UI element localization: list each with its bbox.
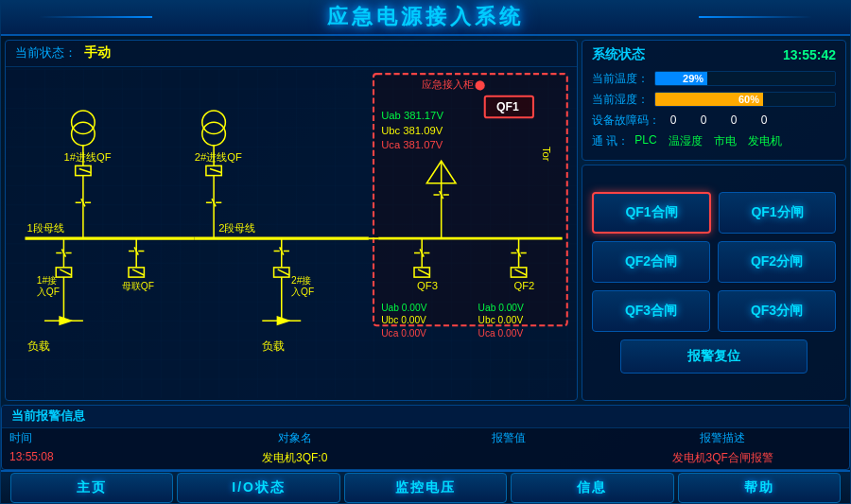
header-deco-right bbox=[699, 16, 812, 18]
qf2-open-button[interactable]: QF2分闸 bbox=[718, 241, 836, 283]
nav-help-button[interactable]: 帮助 bbox=[678, 473, 841, 503]
fault-value-1: 0 bbox=[666, 113, 681, 127]
alarm-col-desc: 报警描述 bbox=[604, 430, 842, 446]
humidity-value: 60% bbox=[738, 94, 759, 105]
alarm-value bbox=[413, 450, 603, 466]
qf3-close-button[interactable]: QF3合闸 bbox=[592, 290, 710, 332]
bottom-nav: 主页 I/O状态 监控电压 信息 帮助 bbox=[1, 470, 850, 503]
alarm-header: 当前报警信息 bbox=[2, 406, 849, 428]
comm-items: PLC 温湿度 市电 发电机 bbox=[634, 133, 781, 149]
svg-text:2段母线: 2段母线 bbox=[218, 222, 255, 234]
comm-grid: 市电 bbox=[714, 133, 737, 149]
svg-text:Uab  381.17V: Uab 381.17V bbox=[381, 110, 443, 121]
svg-text:应急接入柜: 应急接入柜 bbox=[422, 78, 474, 90]
alarm-reset-button[interactable]: 报警复位 bbox=[620, 339, 808, 374]
right-panel: 系统状态 13:55:42 当前温度： 29% 当前湿度： bbox=[582, 40, 846, 401]
qf1-close-button[interactable]: QF1合闸 bbox=[592, 192, 711, 234]
fault-values: 0 0 0 0 bbox=[666, 113, 772, 127]
status-label: 当前状态： bbox=[15, 44, 77, 61]
qf1-btn-row: QF1合闸 QF1分闸 bbox=[592, 192, 836, 234]
comm-th: 温湿度 bbox=[669, 133, 703, 149]
humidity-row: 当前湿度： 60% bbox=[592, 92, 836, 108]
qf2-btn-row: QF2合闸 QF2分闸 bbox=[592, 241, 836, 283]
system-status-title: 系统状态 bbox=[592, 46, 645, 63]
humidity-bar-fill: 60% bbox=[655, 93, 763, 106]
qf1-open-button[interactable]: QF1分闸 bbox=[719, 192, 836, 234]
qf3-btn-row: QF3合闸 QF3分闸 bbox=[592, 290, 836, 332]
header-deco-left bbox=[39, 16, 152, 18]
svg-text:QF1: QF1 bbox=[496, 100, 519, 113]
fault-value-3: 0 bbox=[726, 113, 741, 127]
page-title: 应急电源接入系统 bbox=[327, 3, 524, 31]
svg-text:Ubc  0.00V: Ubc 0.00V bbox=[381, 315, 426, 325]
svg-text:1段母线: 1段母线 bbox=[27, 222, 64, 234]
svg-point-58 bbox=[476, 80, 485, 90]
comm-gen: 发电机 bbox=[748, 133, 782, 149]
svg-text:Tor: Tor bbox=[541, 146, 552, 161]
comm-label: 通 讯： bbox=[592, 133, 629, 149]
humidity-bar: 60% bbox=[654, 92, 836, 107]
svg-text:2#接: 2#接 bbox=[291, 275, 311, 286]
svg-text:Uab  0.00V: Uab 0.00V bbox=[381, 303, 426, 313]
alarm-title: 当前报警信息 bbox=[11, 408, 85, 425]
svg-text:1#接: 1#接 bbox=[37, 275, 57, 286]
svg-text:入QF: 入QF bbox=[291, 286, 314, 296]
svg-text:Uab  0.00V: Uab 0.00V bbox=[478, 303, 524, 313]
svg-text:1#进线QF: 1#进线QF bbox=[63, 151, 111, 163]
svg-text:Uca  0.00V: Uca 0.00V bbox=[478, 327, 524, 338]
alarm-object: 发电机3QF:0 bbox=[176, 450, 413, 466]
alarm-row: 13:55:08 发电机3QF:0 发电机3QF合闸报警 bbox=[2, 448, 849, 468]
humidity-label: 当前湿度： bbox=[592, 92, 649, 108]
comm-row: 通 讯： PLC 温湿度 市电 发电机 bbox=[592, 133, 836, 149]
nav-info-button[interactable]: 信息 bbox=[511, 473, 673, 503]
alarm-desc: 发电机3QF合闸报警 bbox=[604, 450, 842, 466]
system-status-header: 系统状态 13:55:42 bbox=[592, 46, 836, 63]
diagram-svg: 1#进线QF 1段母线 bbox=[6, 67, 577, 400]
temperature-value: 29% bbox=[683, 73, 703, 84]
svg-text:2#进线QF: 2#进线QF bbox=[195, 151, 242, 163]
body-area: 当前状态： 手动 1 bbox=[1, 36, 850, 405]
svg-text:母联QF: 母联QF bbox=[122, 281, 154, 291]
fault-row: 设备故障码： 0 0 0 0 bbox=[592, 113, 836, 129]
alarm-time: 13:55:08 bbox=[9, 450, 176, 466]
temperature-row: 当前温度： 29% bbox=[592, 71, 836, 87]
svg-text:Uca  0.00V: Uca 0.00V bbox=[381, 327, 426, 338]
system-time: 13:55:42 bbox=[783, 47, 836, 62]
svg-text:负载: 负载 bbox=[27, 339, 50, 352]
svg-text:Ubc  0.00V: Ubc 0.00V bbox=[478, 315, 524, 325]
system-status-panel: 系统状态 13:55:42 当前温度： 29% 当前湿度： bbox=[582, 40, 846, 161]
svg-text:负载: 负载 bbox=[262, 339, 285, 352]
alarm-col-object: 对象名 bbox=[176, 430, 413, 446]
temperature-bar: 29% bbox=[654, 71, 836, 86]
qf3-open-button[interactable]: QF3分闸 bbox=[718, 290, 836, 332]
status-bar: 当前状态： 手动 bbox=[6, 41, 577, 67]
header: 应急电源接入系统 bbox=[1, 1, 850, 36]
fault-value-4: 0 bbox=[756, 113, 772, 127]
alarm-col-time: 时间 bbox=[9, 430, 176, 446]
svg-text:Ubc  381.09V: Ubc 381.09V bbox=[381, 124, 443, 135]
svg-text:QF3: QF3 bbox=[417, 280, 438, 291]
fault-value-2: 0 bbox=[696, 113, 711, 127]
alarm-panel: 当前报警信息 时间 对象名 报警值 报警描述 13:55:08 发电机3QF:0… bbox=[1, 405, 850, 470]
diagram-panel: 当前状态： 手动 1 bbox=[5, 40, 578, 401]
alarm-col-value: 报警值 bbox=[413, 430, 603, 446]
temperature-label: 当前温度： bbox=[592, 71, 649, 87]
temperature-bar-fill: 29% bbox=[655, 72, 707, 85]
alarm-cols: 时间 对象名 报警值 报警描述 bbox=[2, 428, 849, 448]
comm-plc: PLC bbox=[634, 133, 656, 149]
nav-monitor-button[interactable]: 监控电压 bbox=[344, 473, 507, 503]
fault-label: 设备故障码： bbox=[592, 113, 660, 129]
nav-io-button[interactable]: I/O状态 bbox=[177, 473, 339, 503]
control-panel: QF1合闸 QF1分闸 QF2合闸 QF2分闸 QF3合闸 QF3分闸 报警复位 bbox=[582, 165, 846, 401]
diagram-area: 1#进线QF 1段母线 bbox=[6, 67, 577, 400]
nav-home-button[interactable]: 主页 bbox=[10, 473, 173, 503]
svg-text:QF2: QF2 bbox=[513, 280, 534, 291]
svg-text:入QF: 入QF bbox=[37, 286, 60, 296]
status-value: 手动 bbox=[84, 44, 111, 61]
qf2-close-button[interactable]: QF2合闸 bbox=[592, 241, 710, 283]
svg-text:Uca  381.07V: Uca 381.07V bbox=[381, 139, 443, 150]
main-container: 应急电源接入系统 当前状态： 手动 bbox=[0, 0, 851, 504]
